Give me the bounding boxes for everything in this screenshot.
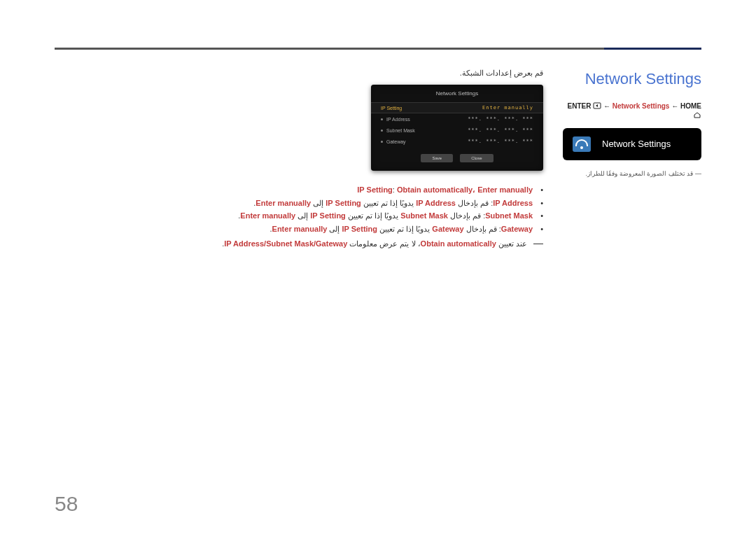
bullet-subnet-mask: • Subnet Mask: قم بإدخال Subnet Mask يدو… — [109, 209, 543, 223]
wifi-icon — [573, 136, 591, 152]
bullet-ip-setting: • IP Setting: Obtain automatically، Ente… — [109, 183, 543, 197]
right-column: Network Settings ENTER ← Network Setting… — [563, 70, 701, 177]
dash-icon — [533, 244, 543, 244]
dialog-buttons: Save Close — [371, 154, 543, 162]
dialog-row-gateway: Gateway ***. ***. ***. *** — [371, 136, 543, 147]
top-rule — [55, 48, 701, 50]
breadcrumb: ENTER ← Network Settings ← HOME — [563, 102, 701, 120]
bullet-ip-address: • IP Address: قم بإدخال IP Address يدويً… — [109, 197, 543, 210]
dialog-row-subnet: Subnet Mask ***. ***. ***. *** — [371, 125, 543, 136]
ip-setting-value[interactable]: Enter manually — [482, 105, 533, 111]
intro-text: قم بعرض إعدادات الشبكة. — [109, 69, 543, 78]
disclaimer: ― قد تختلف الصورة المعروضة وفقًا للطراز. — [563, 170, 701, 177]
gateway-label: Gateway — [386, 139, 406, 144]
note-line: عند تعيين Obtain automatically، لا يتم ع… — [109, 237, 543, 251]
dialog-title: Network Settings — [371, 90, 543, 97]
dialog-row-ipaddress: IP Address ***. ***. ***. *** — [371, 113, 543, 125]
ipaddress-value[interactable]: ***. ***. ***. *** — [468, 116, 533, 122]
network-settings-dialog: Network Settings IP Setting Enter manual… — [371, 85, 543, 171]
save-button[interactable]: Save — [421, 154, 453, 162]
section-title: Network Settings — [563, 70, 701, 88]
breadcrumb-home: HOME — [680, 102, 701, 110]
ipaddress-label: IP Address — [386, 117, 410, 122]
page-number: 58 — [55, 492, 78, 516]
disclaimer-prefix: ― — [695, 170, 701, 177]
network-settings-card: Network Settings — [563, 128, 701, 160]
enter-icon — [593, 102, 601, 111]
breadcrumb-enter: ENTER — [568, 102, 592, 110]
disclaimer-text: قد تختلف الصورة المعروضة وفقًا للطراز. — [585, 170, 693, 177]
subnet-value[interactable]: ***. ***. ***. *** — [468, 127, 533, 133]
gateway-value[interactable]: ***. ***. ***. *** — [468, 139, 533, 144]
left-column: قم بعرض إعدادات الشبكة. Network Settings… — [109, 69, 543, 250]
home-icon — [693, 111, 701, 120]
breadcrumb-network-settings: Network Settings — [612, 102, 670, 110]
card-label: Network Settings — [602, 139, 671, 149]
arrow-left-icon: ← — [671, 102, 680, 110]
bullet-gateway: • Gateway: قم بإدخال Gateway يدويًا إذا … — [109, 223, 543, 236]
dialog-header-row: IP Setting Enter manually — [371, 102, 543, 113]
ip-setting-label: IP Setting — [381, 106, 402, 111]
arrow-left-icon: ← — [603, 102, 612, 110]
bullet-list: • IP Setting: Obtain automatically، Ente… — [109, 183, 543, 250]
subnet-label: Subnet Mask — [386, 128, 415, 133]
close-button[interactable]: Close — [460, 154, 493, 162]
